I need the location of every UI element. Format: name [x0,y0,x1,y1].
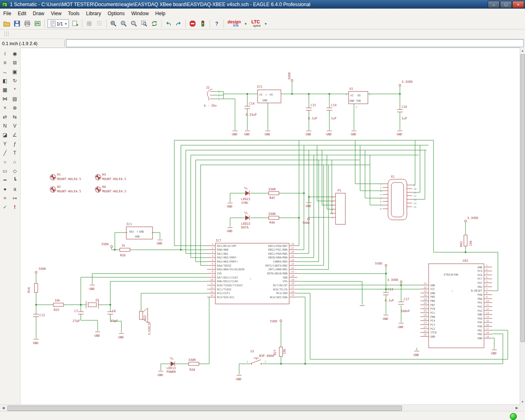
pinswap-tool[interactable]: ⇄ [0,112,9,121]
sheet-add-button[interactable] [70,18,80,29]
ltcspice-button[interactable]: LTCspice [249,18,263,29]
text-tool[interactable]: T [10,148,19,157]
svg-text:6 - 20v: 6 - 20v [204,104,217,107]
arc-tool[interactable]: ∩ [10,158,19,166]
net-tool[interactable]: ┗ [10,176,19,184]
svg-text:6: 6 [331,196,333,199]
svg-text:26: 26 [424,309,427,312]
scroll-left-arrow[interactable]: ◀ [0,405,7,411]
junction-tool[interactable]: ● [0,185,9,193]
copy-tool[interactable]: ▣ [10,67,19,76]
group-tool[interactable]: ▦ [0,85,9,94]
v-scroll-thumb[interactable] [520,54,525,342]
display-tool[interactable]: ≡ [0,58,9,67]
v-scrollbar[interactable]: ▲ ▼ [520,48,525,404]
gateswap-tool[interactable]: ⇆ [10,112,19,121]
menu-file[interactable]: File [0,9,14,18]
designlink-dropdown[interactable]: ▾ [243,18,249,29]
menu-edit[interactable]: Edit [14,9,30,18]
errors-tool[interactable]: ! [10,203,19,211]
menu-draw[interactable]: Draw [30,9,48,18]
smash-tool[interactable]: ◪ [0,130,9,139]
help-button[interactable]: ? [212,18,222,29]
svg-text:RC1/T1OSI: RC1/T1OSI [217,288,231,291]
zoom-in-button[interactable] [119,18,129,29]
menu-library[interactable]: Library [83,9,105,18]
split-tool[interactable]: Y [0,139,9,148]
svg-text:C15: C15 [310,103,316,107]
redo-button[interactable] [173,18,184,29]
svg-text:19: 19 [291,278,294,281]
svg-text:KBI1/PGM/RB5: KBI1/PGM/RB5 [268,252,288,256]
wire-tool[interactable]: ╱ [0,148,9,157]
add-tool[interactable]: ⊕ [10,103,19,112]
paste-tool[interactable]: ▤ [10,94,19,103]
svg-text:330R: 330R [268,212,276,216]
save-button[interactable] [12,18,22,29]
h-scroll-thumb[interactable] [7,406,402,411]
grid-settings-button[interactable] [2,29,12,39]
zoom-fit-button[interactable] [108,18,119,29]
scroll-down-arrow[interactable]: ▼ [520,399,525,404]
invoke-tool[interactable]: ƒ [10,139,19,148]
svg-text:330R: 330R [188,358,196,362]
scroll-right-arrow[interactable]: ▶ [514,405,520,411]
toolbar-separator [161,20,162,28]
svg-text:DATA: DATA [241,226,249,229]
svg-text:R28: R28 [189,368,195,372]
schematic-canvas[interactable]: J23216 - 20vIC5VI+VOGNDC140.33uF5VDDC150… [21,48,520,404]
maximize-button[interactable]: □ [500,1,512,8]
rect-tool[interactable]: ▭ [0,167,9,175]
attribute-tool[interactable]: = [0,194,9,202]
delete-tool[interactable]: × [0,103,9,112]
sheet-combo[interactable]: 1/1▾ [48,19,69,28]
menu-window[interactable]: Window [128,9,152,18]
menu-help[interactable]: Help [152,9,169,18]
stop-button[interactable] [187,18,198,29]
mark-tool[interactable]: ⊞ [10,58,19,67]
print-button[interactable] [22,18,32,29]
open-button[interactable] [2,18,12,29]
undo-button[interactable] [163,18,173,29]
dimension-tool[interactable]: ↦ [10,194,19,202]
svg-text:2: 2 [265,360,266,363]
info-tool[interactable]: i [0,49,9,58]
value-tool[interactable]: V [10,121,19,130]
menu-view[interactable]: View [48,9,65,18]
svg-text:6: 6 [212,262,213,265]
zoom-redraw-button[interactable] [149,18,160,29]
bus-tool[interactable]: ━ [0,176,9,184]
svg-text:RA2/AN2/VREF-: RA2/AN2/VREF- [217,256,238,259]
toolbar-separator [82,20,82,28]
rotate-tool[interactable]: ↻ [10,76,19,85]
miter-tool[interactable]: ∠ [10,130,19,139]
board-button[interactable] [32,18,43,29]
designlink-button[interactable]: designlink [226,18,243,29]
ltcspice-dropdown[interactable]: ▾ [263,18,269,29]
zoom-select-button[interactable] [139,18,149,29]
h-scrollbar[interactable]: ◀ ▶ [0,404,520,411]
polygon-tool[interactable]: ◇ [10,167,19,175]
run-button[interactable] [198,18,208,29]
svg-text:PB7: PB7 [430,304,435,307]
command-input[interactable] [66,39,524,47]
close-button[interactable]: × [512,1,524,8]
show-tool[interactable]: ◉ [10,49,19,58]
menu-options[interactable]: Options [105,9,128,18]
circle-tool[interactable]: ○ [0,158,9,166]
menu-tools[interactable]: Tools [65,9,83,18]
svg-text:VI: VI [259,93,262,96]
cut-tool[interactable]: ⋈ [0,94,9,103]
svg-text:24: 24 [424,317,427,320]
label-tool[interactable]: a [10,185,19,193]
mirror-tool[interactable]: ◧ [0,76,9,85]
grid-dots-button[interactable] [94,18,105,29]
zoom-out-button[interactable] [129,18,139,29]
change-tool[interactable]: * [10,85,19,94]
minimize-button[interactable]: – [488,1,500,8]
name-tool[interactable]: N [0,121,9,130]
scroll-up-arrow[interactable]: ▲ [520,48,525,53]
move-tool[interactable]: ↔ [0,67,9,76]
erc-tool[interactable]: ✓ [0,203,9,211]
grid-button[interactable] [84,18,94,29]
